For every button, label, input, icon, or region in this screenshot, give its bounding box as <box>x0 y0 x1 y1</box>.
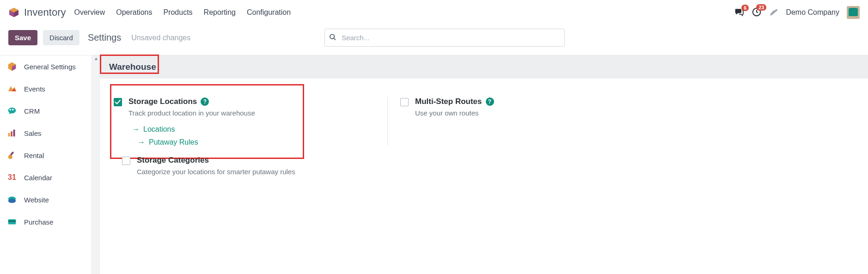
nav-links: Overview Operations Products Reporting C… <box>74 8 291 17</box>
svg-point-16 <box>8 199 16 203</box>
sidebar-item-rental[interactable]: Rental <box>0 144 99 166</box>
arrow-right-icon: → <box>138 138 145 146</box>
sidebar-item-crm[interactable]: CRM <box>0 100 99 122</box>
main-layout: ▲ General Settings Events CRM Sales Rent… <box>0 55 868 274</box>
brand[interactable]: Inventory <box>8 6 66 18</box>
crm-icon <box>6 105 18 116</box>
sidebar-item-general-settings[interactable]: General Settings <box>0 55 99 78</box>
link-locations[interactable]: → Locations <box>132 125 363 134</box>
events-icon <box>6 83 18 94</box>
discard-button[interactable]: Discard <box>43 30 79 45</box>
settings-content: Warehouse Storage Locations ? Track prod… <box>100 55 868 274</box>
search-input[interactable] <box>324 29 565 47</box>
svg-line-5 <box>334 38 336 40</box>
topbar-right: 6 23 Demo Company <box>734 6 860 19</box>
sidebar-item-purchase[interactable]: Purchase <box>0 211 99 233</box>
settings-row-1: Storage Locations ? Track product locati… <box>100 79 868 151</box>
svg-rect-11 <box>11 131 12 136</box>
sidebar-item-label: Sales <box>24 129 42 137</box>
sidebar-item-website[interactable]: Website <box>0 189 99 211</box>
rental-icon <box>6 150 18 161</box>
setting-multi-step-routes: Multi-Step Routes ? Use your own routes <box>400 97 650 146</box>
messages-badge: 6 <box>741 5 749 11</box>
avatar[interactable] <box>847 6 860 19</box>
nav-operations[interactable]: Operations <box>116 8 152 17</box>
svg-point-13 <box>8 155 12 159</box>
section-header-warehouse: Warehouse <box>100 55 868 79</box>
messages-icon[interactable]: 6 <box>734 7 744 18</box>
sidebar-item-label: Events <box>24 85 45 93</box>
setting-storage-categories: Storage Categories Categorize your locat… <box>122 156 372 176</box>
search-wrap <box>324 29 565 47</box>
company-switcher[interactable]: Demo Company <box>786 8 839 17</box>
nav-products[interactable]: Products <box>163 8 192 17</box>
svg-point-4 <box>330 34 334 38</box>
help-icon[interactable]: ? <box>486 97 494 106</box>
hex-icon <box>6 61 18 72</box>
sidebar-item-calendar[interactable]: 31 Calendar <box>0 166 99 189</box>
activities-badge: 23 <box>756 4 766 11</box>
svg-rect-18 <box>8 220 16 222</box>
top-navbar: Inventory Overview Operations Products R… <box>0 0 868 25</box>
calendar-icon: 31 <box>6 172 18 183</box>
sidebar-item-label: Purchase <box>24 218 53 226</box>
setting-title-label: Multi-Step Routes <box>415 97 482 106</box>
svg-point-9 <box>12 109 14 110</box>
sales-icon <box>6 128 18 139</box>
arrow-right-icon: → <box>132 125 140 134</box>
setting-subtext: Use your own routes <box>415 109 650 117</box>
action-bar: Save Discard Settings Unsaved changes <box>0 25 868 55</box>
checkbox-storage-locations[interactable] <box>114 98 122 106</box>
app-title: Inventory <box>24 6 66 18</box>
sidebar-item-events[interactable]: Events <box>0 78 99 100</box>
setting-title-label: Storage Locations <box>128 97 197 106</box>
sidebar-item-label: CRM <box>24 107 40 115</box>
setting-storage-locations: Storage Locations ? Track product locati… <box>114 97 363 146</box>
sidebar-item-sales[interactable]: Sales <box>0 122 99 144</box>
svg-rect-14 <box>10 152 14 156</box>
sidebar-scrollbar[interactable]: ▲ <box>91 55 99 274</box>
nav-reporting[interactable]: Reporting <box>204 8 236 17</box>
link-label: Locations <box>143 125 175 134</box>
svg-rect-10 <box>8 133 10 136</box>
settings-row-2: Storage Categories Categorize your locat… <box>100 151 868 180</box>
sidebar-item-label: General Settings <box>24 63 76 71</box>
purchase-icon <box>6 216 18 227</box>
help-icon[interactable]: ? <box>201 97 209 106</box>
nav-configuration[interactable]: Configuration <box>247 8 291 17</box>
sidebar-item-label: Website <box>24 196 49 204</box>
tools-icon[interactable] <box>769 7 778 18</box>
setting-title-label: Storage Categories <box>137 156 209 165</box>
checkbox-storage-categories[interactable] <box>122 157 130 165</box>
link-putaway-rules[interactable]: → Putaway Rules <box>138 138 363 146</box>
breadcrumb: Settings <box>88 32 121 43</box>
sidebar-item-label: Rental <box>24 152 44 159</box>
link-label: Putaway Rules <box>149 138 198 146</box>
svg-rect-12 <box>13 130 15 137</box>
sidebar-item-label: Calendar <box>24 174 52 182</box>
app-logo-icon <box>8 7 19 18</box>
sidebar: ▲ General Settings Events CRM Sales Rent… <box>0 55 100 274</box>
activities-icon[interactable]: 23 <box>752 7 762 18</box>
search-icon <box>329 33 336 42</box>
svg-point-8 <box>10 109 12 110</box>
website-icon <box>6 194 18 205</box>
checkbox-multi-step-routes[interactable] <box>400 98 409 106</box>
unsaved-status: Unsaved changes <box>131 34 190 42</box>
section-title: Warehouse <box>109 62 156 72</box>
nav-overview[interactable]: Overview <box>74 8 105 17</box>
save-button[interactable]: Save <box>8 30 37 45</box>
setting-subtext: Track product location in your warehouse <box>128 109 363 117</box>
setting-subtext: Categorize your locations for smarter pu… <box>137 168 372 176</box>
